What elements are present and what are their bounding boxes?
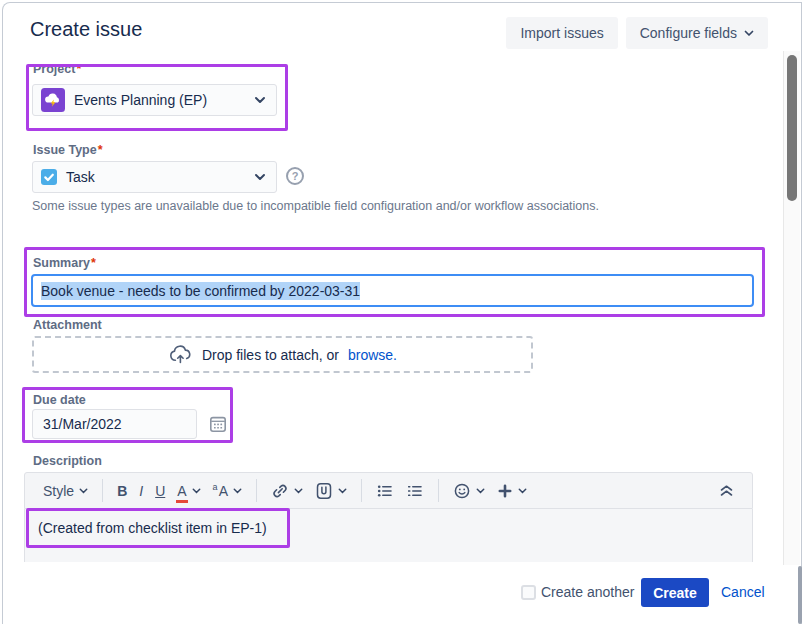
ordered-list-icon bbox=[406, 482, 424, 500]
description-text: (Created from checklist item in EP-1) bbox=[38, 520, 267, 536]
chevron-down-icon bbox=[476, 488, 485, 494]
configure-fields-label: Configure fields bbox=[640, 25, 737, 41]
collapse-toolbar-button[interactable] bbox=[713, 480, 740, 501]
cancel-link[interactable]: Cancel bbox=[721, 584, 765, 600]
create-another-label: Create another bbox=[541, 584, 634, 600]
project-avatar-icon bbox=[41, 88, 65, 112]
link-button[interactable] bbox=[265, 478, 309, 504]
plus-icon bbox=[497, 483, 513, 499]
chevron-down-icon bbox=[254, 96, 266, 104]
page-title: Create issue bbox=[30, 18, 142, 41]
toolbar-separator bbox=[438, 479, 439, 502]
due-date-label: Due date bbox=[33, 393, 86, 407]
chevron-down-icon bbox=[79, 488, 88, 494]
dialog-edge bbox=[798, 566, 802, 624]
project-select-value: Events Planning (EP) bbox=[74, 92, 245, 108]
bullet-list-button[interactable] bbox=[370, 478, 400, 504]
task-type-icon bbox=[41, 169, 57, 185]
font-size-button[interactable]: aA bbox=[207, 478, 248, 503]
project-select[interactable]: Events Planning (EP) bbox=[32, 84, 277, 116]
dropzone-text: Drop files to attach, or bbox=[202, 347, 339, 363]
header-actions: Import issues Configure fields bbox=[506, 17, 768, 49]
toolbar-separator bbox=[256, 479, 257, 502]
create-button[interactable]: Create bbox=[641, 578, 709, 607]
emoji-button[interactable] bbox=[447, 478, 491, 504]
toolbar-separator bbox=[361, 479, 362, 502]
paperclip-icon bbox=[315, 482, 333, 500]
description-editor[interactable]: (Created from checklist item in EP-1) bbox=[24, 509, 753, 562]
due-date-input[interactable]: 31/Mar/2022 bbox=[32, 409, 197, 439]
issue-type-select[interactable]: Task bbox=[32, 161, 277, 193]
summary-label: Summary* bbox=[33, 256, 96, 270]
chevron-down-icon bbox=[254, 173, 266, 181]
summary-input[interactable]: Book venue - needs to be confirmed by 20… bbox=[31, 274, 754, 307]
chevron-down-icon bbox=[338, 488, 347, 494]
issue-type-label: Issue Type* bbox=[33, 143, 103, 157]
required-asterisk: * bbox=[91, 256, 96, 270]
question-circle-icon[interactable]: ? bbox=[286, 167, 304, 185]
bullet-list-icon bbox=[376, 482, 394, 500]
bold-button[interactable]: B bbox=[111, 479, 133, 503]
link-icon bbox=[271, 482, 289, 500]
chevron-down-icon bbox=[233, 488, 242, 494]
create-another-checkbox[interactable]: Create another bbox=[521, 584, 634, 600]
insert-more-button[interactable] bbox=[491, 479, 533, 503]
attach-button[interactable] bbox=[309, 478, 353, 504]
double-chevron-up-icon bbox=[719, 484, 734, 497]
browse-link[interactable]: browse. bbox=[348, 347, 397, 363]
issue-type-select-value: Task bbox=[66, 169, 245, 185]
required-asterisk: * bbox=[76, 62, 81, 76]
configure-fields-button[interactable]: Configure fields bbox=[626, 17, 768, 49]
description-toolbar: Style B I U A aA bbox=[24, 472, 753, 509]
calendar-icon[interactable] bbox=[206, 412, 230, 436]
required-asterisk: * bbox=[98, 143, 103, 157]
scrollbar-track[interactable] bbox=[783, 51, 800, 565]
create-issue-modal: Create issue Import issues Configure fie… bbox=[0, 0, 802, 624]
cloud-upload-icon bbox=[168, 345, 193, 364]
chevron-down-icon bbox=[192, 488, 201, 494]
style-dropdown[interactable]: Style bbox=[37, 479, 94, 503]
issue-type-note: Some issue types are unavailable due to … bbox=[32, 199, 732, 213]
ordered-list-button[interactable] bbox=[400, 478, 430, 504]
project-label: Project* bbox=[33, 62, 81, 76]
chevron-down-icon bbox=[518, 488, 527, 494]
emoji-icon bbox=[453, 482, 471, 500]
underline-button[interactable]: U bbox=[149, 479, 171, 503]
toolbar-separator bbox=[102, 479, 103, 502]
chevron-down-icon bbox=[744, 30, 754, 37]
summary-input-value: Book venue - needs to be confirmed by 20… bbox=[41, 282, 360, 300]
text-color-icon: A bbox=[177, 484, 186, 498]
import-issues-label: Import issues bbox=[520, 25, 603, 41]
checkbox-icon[interactable] bbox=[521, 585, 536, 600]
chevron-down-icon bbox=[294, 488, 303, 494]
import-issues-button[interactable]: Import issues bbox=[506, 17, 617, 49]
description-label: Description bbox=[33, 454, 102, 468]
due-date-value: 31/Mar/2022 bbox=[43, 416, 122, 432]
text-color-button[interactable]: A bbox=[171, 480, 206, 502]
font-size-icon: aA bbox=[213, 482, 228, 499]
attachment-dropzone[interactable]: Drop files to attach, or browse. bbox=[32, 336, 533, 373]
scrollbar-thumb[interactable] bbox=[787, 55, 797, 201]
attachment-label: Attachment bbox=[33, 318, 102, 332]
italic-button[interactable]: I bbox=[133, 479, 149, 503]
